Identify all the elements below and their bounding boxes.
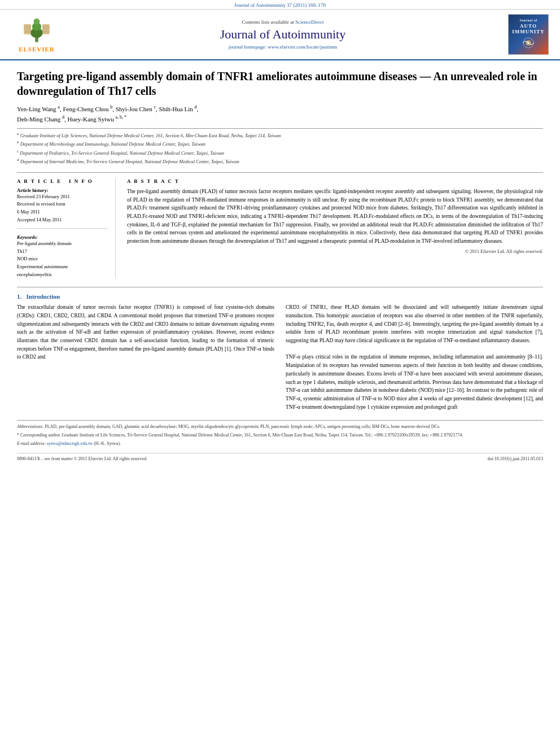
authors-line: Yen-Ling Wang a, Feng-Cheng Chou b, Shyi…	[17, 104, 543, 125]
affil-a: a Graduate Institute of Life Sciences, N…	[17, 131, 543, 139]
affil-c: c Department of Pediatrics, Tri-Service …	[17, 148, 543, 157]
footnote-area: Abbreviations: PLAD, pre-ligand assembly…	[17, 420, 543, 447]
page-wrapper: Journal of Autoimmunity 37 (2011) 160–17…	[0, 0, 560, 470]
email-note: E-mail address: sytwu@ndmctsgh.edu.tw (H…	[17, 440, 543, 447]
issn-text: 0896-8411/$ – see front matter © 2011 El…	[17, 456, 147, 461]
doi-text: doi:10.1016/j.jaut.2011.05.013	[487, 456, 543, 461]
journal-top-bar: Journal of Autoimmunity 37 (2011) 160–17…	[0, 0, 560, 10]
copyright-line: © 2011 Elsevier Ltd. All rights reserved…	[127, 248, 543, 254]
keyword-2: Th17	[17, 248, 108, 256]
keyword-5: encephalomyelitis	[17, 271, 108, 279]
contents-text: Contents lists available at ScienceDirec…	[62, 19, 504, 25]
intro-right-col: CRD3 of TNFR1, these PLAD domains will b…	[286, 303, 543, 411]
elsevier-logo: ELSEVIER	[11, 16, 62, 53]
affil-d: d Department of Internal Medicine, Tri-S…	[17, 157, 543, 165]
received-date: Received 23 February 2011	[17, 193, 108, 201]
introduction-section: 1. Introduction The extracellular domain…	[17, 287, 543, 411]
intro-left-col: The extracellular domain of tumor necros…	[17, 303, 274, 411]
abbreviations-note: Abbreviations: PLAD, pre-ligand assembly…	[17, 423, 543, 430]
elsevier-tree-icon	[20, 16, 54, 45]
bottom-bar: 0896-8411/$ – see front matter © 2011 El…	[17, 453, 543, 461]
thumb-image: Journal of AUTOIMMUNITY	[508, 14, 549, 55]
main-content: Targeting pre-ligand assembly domain of …	[0, 60, 560, 470]
sciencedirect-link[interactable]: ScienceDirect	[295, 19, 323, 25]
intro-two-col: The extracellular domain of tumor necros…	[17, 303, 543, 411]
corresponding-note: * Corresponding author. Graduate Institu…	[17, 432, 543, 439]
revised-label: Received in revised form	[17, 200, 108, 208]
article-history: Article history: Received 23 February 20…	[17, 187, 108, 229]
homepage-url: www.elsevier.com/locate/jautimm	[268, 44, 337, 50]
abstract-heading: A B S T R A C T	[127, 178, 543, 184]
keywords-section: Keywords: Pre-ligand assembly domain Th1…	[17, 234, 108, 278]
thumb-icon	[517, 37, 540, 49]
email-link[interactable]: sytwu@ndmctsgh.edu.tw	[47, 441, 93, 446]
svg-point-3	[34, 19, 40, 25]
accepted-date: Accepted 14 May 2011	[17, 216, 108, 224]
journal-main-title: Journal of Autoimmunity	[62, 27, 504, 42]
journal-reference: Journal of Autoimmunity 37 (2011) 160–17…	[234, 2, 326, 8]
affiliations: a Graduate Institute of Life Sciences, N…	[17, 128, 543, 165]
autoimmunity-label: AUTOIMMUNITY	[512, 23, 545, 34]
intro-left-text: The extracellular domain of tumor necros…	[17, 303, 274, 361]
section-title: 1. Introduction	[17, 293, 543, 300]
revised-date: 6 May 2011	[17, 208, 108, 216]
keywords-list: Pre-ligand assembly domain Th17 NOD mice…	[17, 240, 108, 278]
article-title: Targeting pre-ligand assembly domain of …	[17, 69, 543, 98]
journal-header: ELSEVIER Contents lists available at Sci…	[0, 10, 560, 60]
article-info-abstract: A R T I C L E I N F O Article history: R…	[17, 172, 543, 278]
keyword-1: Pre-ligand assembly domain	[17, 240, 108, 248]
elsevier-brand-text: ELSEVIER	[19, 46, 55, 53]
journal-homepage: journal homepage: www.elsevier.com/locat…	[62, 44, 504, 50]
history-label: Article history:	[17, 187, 108, 193]
journal-thumbnail: Journal of AUTOIMMUNITY	[504, 14, 549, 55]
abstract-col: A B S T R A C T The pre-ligand assembly …	[127, 178, 543, 278]
article-info-col: A R T I C L E I N F O Article history: R…	[17, 178, 116, 278]
abstract-text: The pre-ligand assembly domain (PLAD) of…	[127, 187, 543, 246]
keywords-label: Keywords:	[17, 234, 108, 240]
article-info-heading: A R T I C L E I N F O	[17, 178, 108, 184]
journal-title-center: Contents lists available at ScienceDirec…	[62, 19, 504, 50]
affil-b: b Department of Microbiology and Immunol…	[17, 139, 543, 148]
intro-right-text: CRD3 of TNFR1, these PLAD domains will b…	[286, 303, 543, 411]
keyword-3: NOD mice	[17, 255, 108, 263]
keyword-4: Experimental autoimmune	[17, 263, 108, 271]
history-dates: Received 23 February 2011 Received in re…	[17, 193, 108, 224]
